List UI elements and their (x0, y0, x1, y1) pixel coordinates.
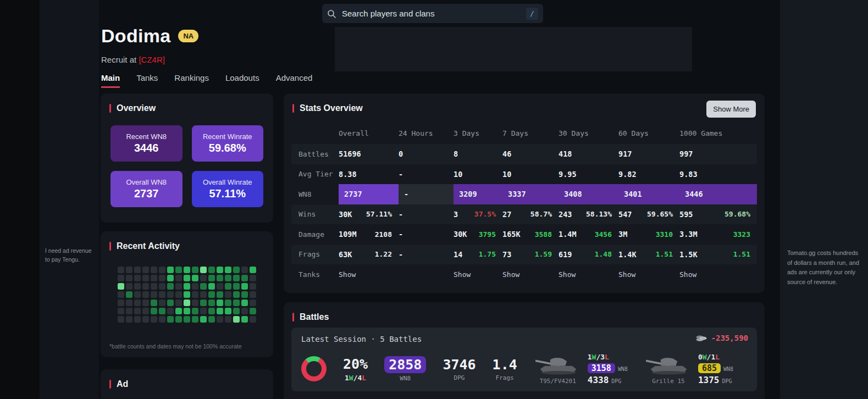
activity-cell (134, 291, 141, 298)
stats-row-label: Frags (291, 250, 339, 258)
activity-cell (200, 300, 207, 306)
cell-value: 9.83 (679, 170, 698, 179)
stats-cell: 10 (454, 164, 502, 185)
show-tanks-link[interactable]: Show (679, 270, 696, 279)
cell-value: 8 (454, 149, 458, 158)
activity-cell (217, 267, 223, 273)
activity-cell (151, 316, 157, 323)
cell-secondary-value: 3310 (656, 230, 673, 239)
cell-secondary-value: 1.59 (535, 250, 552, 258)
show-tanks-link[interactable]: Show (339, 270, 356, 279)
tab-advanced[interactable]: Advanced (276, 73, 313, 88)
activity-cell (192, 291, 198, 298)
wins-count: 1 (588, 353, 592, 361)
tank-wn8-line: 3158WN8 (588, 363, 628, 373)
tab-rankings[interactable]: Rankings (174, 73, 209, 88)
stats-cell: 731.59 (502, 245, 559, 265)
tab-tanks[interactable]: Tanks (136, 73, 158, 88)
cell-secondary-value: 2108 (375, 230, 392, 239)
stats-row-label: WN8 (291, 190, 339, 198)
activity-cell (118, 291, 124, 298)
cell-value: 3408 (559, 190, 582, 198)
activity-cell (175, 283, 182, 290)
activity-cell (167, 316, 174, 323)
session-wn8: 2858WN8 (384, 356, 426, 382)
activity-cell (241, 308, 248, 314)
losses-count: /1 (707, 353, 716, 361)
activity-cell (184, 267, 190, 273)
cell-secondary-value: 58.13% (586, 210, 612, 218)
session-dpg: 3746DPG (443, 357, 476, 381)
cell-secondary-value: 59.68% (725, 210, 750, 218)
activity-cell (118, 300, 124, 306)
activity-cell (159, 316, 165, 323)
stats-cell: Show (454, 264, 502, 285)
activity-cell (250, 308, 256, 314)
tab-main[interactable]: Main (101, 73, 120, 88)
tank-dpg-value: 4338 (588, 375, 609, 385)
accent-bar (109, 104, 111, 113)
session-tank-grille-15[interactable]: Grille 150W/1L685WN81375DPG (644, 353, 733, 385)
search-input[interactable] (341, 8, 521, 19)
cell-value: 165K (502, 230, 521, 239)
stats-cell: 3337 (502, 184, 559, 204)
stats-cell: 3M3310 (618, 224, 679, 245)
stats-col-header: 30 Days (559, 129, 618, 137)
activity-cell (175, 308, 182, 314)
left-gutter (0, 0, 40, 399)
cell-value: 8.38 (339, 170, 357, 179)
activity-cell (192, 308, 198, 314)
losses-count: /4 (353, 374, 362, 382)
activity-cell (208, 300, 215, 306)
stats-cell: - (399, 204, 454, 225)
tank-figure: T95/FV4201 (534, 353, 582, 385)
session-winrate-donut (301, 356, 327, 381)
activity-footnote: *battle counts and dates may not be 100%… (101, 343, 273, 350)
tab-loadouts[interactable]: Loadouts (225, 73, 259, 88)
show-tanks-link[interactable]: Show (454, 270, 471, 279)
activity-cell (142, 300, 149, 306)
cell-value: 63K (339, 250, 352, 259)
activity-cell (233, 275, 240, 281)
activity-cell (192, 283, 198, 290)
stats-cell: - (399, 184, 454, 204)
activity-cell (142, 308, 149, 314)
left-ad-rail: I need ad revenue to pay Tengu. (40, 0, 99, 399)
clan-tag-link[interactable]: [CZ4R] (139, 55, 165, 64)
search-bar[interactable]: / (322, 4, 543, 23)
cell-value: 619 (559, 250, 572, 259)
overview-stat-card: Recent Winrate59.68% (192, 125, 264, 162)
activity-cell (233, 267, 240, 273)
activity-cell (134, 275, 141, 281)
activity-cell (217, 308, 223, 314)
wins-letter: W (703, 353, 707, 361)
activity-cell (118, 275, 124, 281)
stats-cell: 9.83 (679, 164, 757, 185)
losses-count: /3 (596, 353, 605, 361)
cell-value: 73 (502, 250, 511, 259)
losses-letter: L (362, 374, 366, 382)
stats-row-label: Wins (291, 210, 339, 218)
activity-cell (142, 291, 149, 298)
activity-cell (159, 267, 165, 273)
player-role: Recruit at (101, 55, 136, 64)
session-dpg-label: DPG (454, 374, 465, 381)
activity-cell (134, 300, 141, 306)
stats-row-battles: Battles516960846418917997 (291, 144, 757, 164)
stats-cell: 30K3795 (454, 224, 502, 245)
show-tanks-link[interactable]: Show (502, 270, 519, 279)
show-tanks-link[interactable]: Show (618, 270, 635, 279)
activity-cell (217, 275, 223, 281)
tank-dpg-unit: DPG (611, 378, 621, 384)
overview-title: Overview (117, 103, 156, 113)
activity-cell (142, 283, 149, 290)
recent-activity-title: Recent Activity (117, 241, 180, 251)
cell-secondary-value: 1.51 (733, 250, 750, 258)
stats-row-tanks: TanksShowShowShowShowShowShow (291, 264, 757, 285)
stats-cell: 997 (679, 144, 757, 164)
session-tank-t95-fv4201[interactable]: T95/FV42011W/3L3158WN84338DPG (534, 353, 628, 385)
activity-cell (167, 275, 174, 281)
show-more-button[interactable]: Show More (706, 101, 756, 118)
show-tanks-link[interactable]: Show (559, 270, 576, 279)
activity-cell (217, 283, 223, 290)
